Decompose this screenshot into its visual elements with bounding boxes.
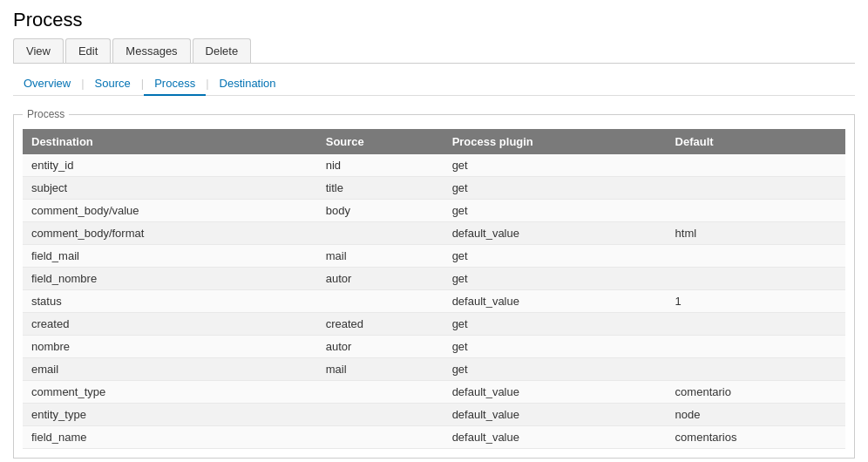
tab-delete[interactable]: Delete: [193, 38, 252, 63]
tab-view[interactable]: View: [13, 38, 64, 63]
cell-destination: entity_type: [23, 404, 317, 426]
cell-process_plugin: default_value: [444, 290, 667, 313]
cell-source: [317, 381, 444, 404]
table-row: emailmailget: [23, 358, 845, 381]
cell-destination: subject: [23, 177, 317, 200]
cell-process_plugin: get: [444, 358, 667, 381]
cell-source: title: [317, 177, 444, 200]
table-row: field_namedefault_valuecomentarios: [23, 426, 845, 449]
cell-destination: comment_body/value: [23, 200, 317, 222]
cell-default: [667, 313, 845, 336]
cell-destination: entity_id: [23, 154, 317, 177]
col-destination: Destination: [23, 129, 317, 154]
table-row: subjecttitleget: [23, 177, 845, 200]
cell-default: [667, 268, 845, 290]
table-row: comment_body/valuebodyget: [23, 200, 845, 222]
cell-source: [317, 290, 444, 313]
process-fieldset: Process Destination Source Process plugi…: [13, 108, 855, 459]
tab-messages[interactable]: Messages: [112, 38, 190, 63]
secondary-tabs: Overview | Source | Process | Destinatio…: [13, 72, 855, 96]
cell-process_plugin: get: [444, 313, 667, 336]
cell-source: [317, 404, 444, 426]
cell-source: autor: [317, 336, 444, 358]
fieldset-legend: Process: [23, 108, 69, 120]
cell-default: comentarios: [667, 426, 845, 449]
cell-destination: comment_type: [23, 381, 317, 404]
page-title: Process: [13, 9, 855, 31]
tab-process[interactable]: Process: [144, 72, 206, 96]
table-row: entity_typedefault_valuenode: [23, 404, 845, 426]
cell-destination: created: [23, 313, 317, 336]
table-row: comment_body/formatdefault_valuehtml: [23, 222, 845, 245]
cell-source: nid: [317, 154, 444, 177]
col-default: Default: [667, 129, 845, 154]
cell-source: [317, 222, 444, 245]
cell-process_plugin: default_value: [444, 426, 667, 449]
cell-process_plugin: get: [444, 245, 667, 268]
cell-process_plugin: get: [444, 336, 667, 358]
primary-tabs: View Edit Messages Delete: [13, 38, 855, 64]
table-row: statusdefault_value1: [23, 290, 845, 313]
cell-process_plugin: get: [444, 154, 667, 177]
cell-destination: field_name: [23, 426, 317, 449]
cell-default: node: [667, 404, 845, 426]
tab-overview[interactable]: Overview: [13, 72, 81, 96]
table-row: nombreautorget: [23, 336, 845, 358]
cell-destination: field_mail: [23, 245, 317, 268]
cell-default: [667, 177, 845, 200]
cell-source: [317, 426, 444, 449]
cell-source: mail: [317, 358, 444, 381]
cell-source: mail: [317, 245, 444, 268]
table-row: entity_idnidget: [23, 154, 845, 177]
cell-default: comentario: [667, 381, 845, 404]
cell-process_plugin: default_value: [444, 404, 667, 426]
table-row: comment_typedefault_valuecomentario: [23, 381, 845, 404]
tab-edit[interactable]: Edit: [65, 38, 111, 63]
tab-destination[interactable]: Destination: [209, 72, 287, 96]
cell-destination: comment_body/format: [23, 222, 317, 245]
cell-default: [667, 245, 845, 268]
table-row: field_nombreautorget: [23, 268, 845, 290]
cell-default: html: [667, 222, 845, 245]
cell-default: [667, 154, 845, 177]
cell-process_plugin: get: [444, 177, 667, 200]
cell-default: [667, 200, 845, 222]
cell-default: 1: [667, 290, 845, 313]
cell-source: autor: [317, 268, 444, 290]
cell-process_plugin: get: [444, 268, 667, 290]
cell-process_plugin: get: [444, 200, 667, 222]
cell-default: [667, 336, 845, 358]
cell-destination: status: [23, 290, 317, 313]
cell-source: created: [317, 313, 444, 336]
cell-process_plugin: default_value: [444, 222, 667, 245]
cell-destination: field_nombre: [23, 268, 317, 290]
table-row: createdcreatedget: [23, 313, 845, 336]
cell-process_plugin: default_value: [444, 381, 667, 404]
tab-source[interactable]: Source: [85, 72, 141, 96]
cell-destination: nombre: [23, 336, 317, 358]
cell-source: body: [317, 200, 444, 222]
process-table: Destination Source Process plugin Defaul…: [23, 129, 845, 449]
col-source: Source: [317, 129, 444, 154]
table-row: field_mailmailget: [23, 245, 845, 268]
table-header-row: Destination Source Process plugin Defaul…: [23, 129, 845, 154]
col-process-plugin: Process plugin: [444, 129, 667, 154]
cell-destination: email: [23, 358, 317, 381]
cell-default: [667, 358, 845, 381]
